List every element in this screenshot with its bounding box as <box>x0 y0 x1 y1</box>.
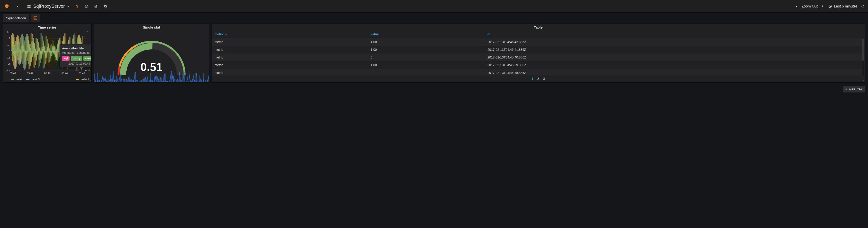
chevron-right-icon <box>821 4 825 8</box>
time-next-button[interactable] <box>820 0 826 13</box>
add-row-button[interactable]: ADD ROW <box>843 86 865 92</box>
table-header-dt[interactable]: dt <box>485 31 865 38</box>
table-cell-metric: metric <box>212 54 368 61</box>
annotation-tooltip: Annotation title Annotation description … <box>60 44 91 67</box>
table-row[interactable]: metric02017-02-13T04:45:40.886Z <box>212 54 865 61</box>
legend-label: metric <box>16 78 23 81</box>
pager-page[interactable]: 2 <box>537 77 539 81</box>
panel-table: Table metric▼valuedt metric1.002017-02-1… <box>212 24 865 83</box>
sort-indicator-icon: ▼ <box>225 33 227 36</box>
svg-text:-0.25: -0.25 <box>85 69 90 72</box>
dashboard-picker[interactable]: SqlProxyServer ▼ <box>24 0 72 13</box>
table-row[interactable]: metric02017-02-13T04:45:38.886Z <box>212 69 865 76</box>
legend-label: metric3 <box>31 78 40 81</box>
star-button[interactable] <box>72 0 82 13</box>
panel-timeseries: Time series 1.510.50-0.5-1-1.51.2510.750… <box>3 24 92 83</box>
svg-text:-0.5: -0.5 <box>6 56 10 59</box>
panel-singlestat: Single stat 0.51 ◢ <box>94 24 209 83</box>
sub-nav: SqlAnnotation <box>0 13 868 24</box>
timeseries-chart[interactable]: 1.510.50-0.5-1-1.51.2510.750.50.250-0.25… <box>3 31 91 77</box>
table-body-rows: metric1.002017-02-13T04:45:42.886Zmetric… <box>212 38 865 76</box>
table-cell-dt: 2017-02-13T04:45:39.886Z <box>485 61 865 69</box>
svg-text:-1: -1 <box>8 63 10 65</box>
table-cell-value: 0 <box>368 54 485 61</box>
table-pager: 123 <box>212 76 865 81</box>
zoom-out-label: Zoom Out <box>802 4 818 8</box>
svg-text:1.5: 1.5 <box>7 31 10 33</box>
panel-title-bar[interactable]: Time series <box>3 24 91 31</box>
legend-swatch <box>11 79 14 80</box>
caret-down-icon: ▼ <box>67 5 69 8</box>
table-row[interactable]: metric1.002017-02-13T04:45:42.886Z <box>212 38 865 46</box>
data-table: metric▼valuedt metric1.002017-02-13T04:4… <box>212 31 865 76</box>
table-header-metric[interactable]: metric▼ <box>212 31 368 38</box>
table-header-value[interactable]: value <box>368 31 485 38</box>
table-header-row: metric▼valuedt <box>212 31 865 38</box>
legend-item[interactable]: metric2 <box>76 78 90 81</box>
panel-title-bar[interactable]: Table <box>212 24 865 31</box>
svg-rect-2 <box>27 5 29 6</box>
annotation-time: 2017-02-13 05:45:34 <box>62 62 91 65</box>
top-nav: SqlProxyServer ▼ Zoom Out <box>0 0 868 13</box>
table-cell-metric: metric <box>212 61 368 69</box>
chevron-down-icon[interactable] <box>13 0 22 13</box>
settings-button[interactable] <box>100 0 110 13</box>
svg-text:0: 0 <box>9 50 10 53</box>
panel-title: Time series <box>38 25 57 29</box>
time-prev-button[interactable] <box>794 0 799 13</box>
legend-item[interactable]: metric <box>11 78 23 81</box>
table-cell-metric: metric <box>212 46 368 54</box>
dashboard-title: SqlProxyServer <box>33 4 65 9</box>
table-row[interactable]: metric1.002017-02-13T04:45:39.886Z <box>212 61 865 69</box>
star-icon <box>75 4 79 8</box>
add-row-label: ADD ROW <box>849 88 863 91</box>
table-cell-dt: 2017-02-13T04:45:41.886Z <box>485 46 865 54</box>
svg-rect-3 <box>29 5 31 6</box>
table-cell-value: 1.00 <box>368 46 485 54</box>
annotation-toggle[interactable] <box>31 14 40 22</box>
scrollbar[interactable] <box>862 39 864 76</box>
legend-label: metric2 <box>81 78 90 81</box>
annotation-title: Annotation title <box>62 47 91 50</box>
timeseries-legend: metricmetric3metric2 <box>3 77 91 82</box>
annotation-tags: sqlproxyserver <box>62 56 91 61</box>
save-icon <box>94 4 98 8</box>
svg-text:0.5: 0.5 <box>7 44 10 46</box>
share-button[interactable] <box>82 0 91 13</box>
checkbox-checked-icon <box>33 16 37 20</box>
dashboard-icon <box>27 4 31 8</box>
zoom-out-button[interactable]: Zoom Out <box>802 4 818 8</box>
plus-icon <box>845 88 847 91</box>
table-cell-value: 1.00 <box>368 38 485 46</box>
table-row[interactable]: metric1.002017-02-13T04:45:41.886Z <box>212 46 865 54</box>
panel-title-bar[interactable]: Single stat <box>94 24 209 31</box>
svg-text:1: 1 <box>9 37 10 40</box>
annotation-label-button[interactable]: SqlAnnotation <box>3 14 29 22</box>
pager-page[interactable]: 3 <box>543 77 545 81</box>
share-icon <box>84 4 88 8</box>
table-cell-value: 1.00 <box>368 61 485 69</box>
singlestat-body: 0.51 <box>94 31 209 82</box>
save-button[interactable] <box>91 0 100 13</box>
svg-rect-4 <box>27 6 29 8</box>
time-range-label: Last 5 minutes <box>834 4 858 8</box>
addrow-bar: ADD ROW <box>0 85 868 96</box>
annotation-description: Annotation description <box>62 51 91 54</box>
annotation-tag: proxy <box>71 56 82 61</box>
table-cell-value: 0 <box>368 69 485 76</box>
legend-item[interactable]: metric3 <box>26 78 40 81</box>
svg-text:05:43: 05:43 <box>44 72 51 75</box>
clock-icon <box>828 4 832 8</box>
table-cell-dt: 2017-02-13T04:45:42.886Z <box>485 38 865 46</box>
svg-text:-1.5: -1.5 <box>6 69 10 72</box>
grafana-logo-icon[interactable] <box>2 2 11 11</box>
annotation-tag: server <box>83 56 91 61</box>
refresh-button[interactable] <box>860 0 866 13</box>
legend-swatch <box>76 79 79 80</box>
svg-text:05:44: 05:44 <box>61 72 68 75</box>
time-range-button[interactable]: Last 5 minutes <box>828 4 858 8</box>
refresh-icon <box>861 4 865 8</box>
panel-row: Time series 1.510.50-0.5-1-1.51.2510.750… <box>0 24 868 85</box>
pager-page[interactable]: 1 <box>531 77 533 81</box>
scrollbar-thumb[interactable] <box>862 39 864 61</box>
